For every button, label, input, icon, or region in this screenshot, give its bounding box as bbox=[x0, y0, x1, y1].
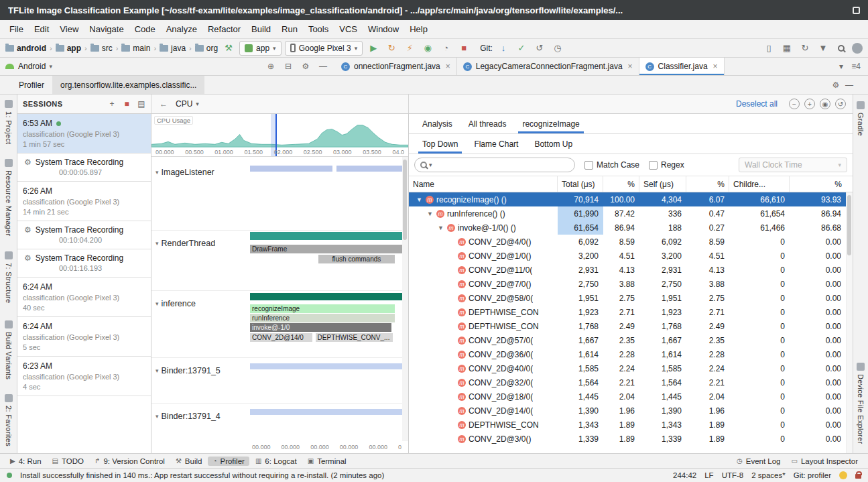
thread-timeline[interactable]: DrawFrame flush commands bbox=[250, 231, 402, 290]
run-config-select[interactable]: app ▾ bbox=[239, 41, 282, 56]
recording-item[interactable]: ⚙System Trace Recording00:10:04.200 bbox=[17, 221, 151, 249]
zoom-in-button[interactable]: + bbox=[804, 99, 815, 109]
column-header[interactable]: Childre... bbox=[729, 176, 790, 192]
toolwindow-button-build[interactable]: ⚒Build bbox=[171, 457, 207, 466]
project-view-select[interactable]: Android ▾ bbox=[18, 62, 52, 71]
table-row[interactable]: mDEPTHWISE_CON1,9232.711,9232.7100.00 bbox=[409, 305, 853, 319]
sdk-manager-button[interactable]: ▼ bbox=[816, 42, 830, 55]
deselect-all-link[interactable]: Deselect all bbox=[736, 99, 778, 109]
thread-row-imagelistener[interactable]: ▾ ImageListener bbox=[151, 157, 408, 231]
device-manager-button[interactable]: ▯ bbox=[761, 42, 776, 55]
stripe-button-2-favorites[interactable]: 2: Favorites bbox=[5, 394, 13, 446]
toolwindow-button-9-version-control[interactable]: ↱9: Version Control bbox=[90, 457, 170, 466]
thread-name-toggle[interactable]: ▾ Binder:13791_4 bbox=[156, 412, 221, 421]
zoom-out-button[interactable]: − bbox=[789, 99, 800, 109]
threads-scrollbar[interactable] bbox=[402, 157, 408, 441]
profiler-title-tab[interactable]: Profiler bbox=[11, 76, 52, 94]
editor-tab-onnectionfragment-java[interactable]: ConnectionFragment.java× bbox=[335, 58, 457, 75]
toolwindow-button-6-logcat[interactable]: ▥6: Logcat bbox=[251, 457, 302, 466]
search-input[interactable] bbox=[434, 160, 569, 170]
toolwindow-button-layout-inspector[interactable]: ▭Layout Inspector bbox=[787, 457, 863, 466]
session-item[interactable]: 6:26 AMclassification (Google Pixel 3)14… bbox=[17, 182, 151, 221]
line-separator[interactable]: LF bbox=[704, 471, 713, 479]
table-row[interactable]: mDEPTHWISE_CON1,7682.491,7682.4900.00 bbox=[409, 319, 853, 333]
table-row[interactable]: ▼mrunInference() ()61,99087.423360.4761,… bbox=[409, 206, 853, 221]
expand-arrow-icon[interactable]: ▼ bbox=[437, 225, 444, 231]
maximize-window-icon[interactable] bbox=[853, 7, 860, 14]
table-row[interactable]: mCONV_2D@3/0()1,3391.891,3391.8900.00 bbox=[409, 432, 853, 446]
menu-run[interactable]: Run bbox=[276, 22, 303, 36]
editor-tab-classifier-java[interactable]: CClassifier.java× bbox=[639, 58, 725, 75]
close-tab-icon[interactable]: × bbox=[628, 62, 633, 71]
table-row[interactable]: mCONV_2D@40/0(1,5852.241,5852.2400.00 bbox=[409, 361, 853, 375]
expand-arrow-icon[interactable]: ▼ bbox=[426, 210, 434, 217]
apply-code-changes-button[interactable]: ⚡ bbox=[402, 42, 417, 55]
table-scrollbar[interactable] bbox=[846, 192, 853, 453]
toolwindow-button-todo[interactable]: ▤TODO bbox=[48, 457, 88, 466]
thread-name-toggle[interactable]: ▾ Binder:13791_5 bbox=[156, 366, 221, 375]
scrollbar-thumb[interactable] bbox=[847, 195, 851, 255]
zoom-to-selection-button[interactable]: ↺ bbox=[835, 99, 846, 109]
reset-zoom-button[interactable]: ◉ bbox=[820, 99, 830, 109]
session-item[interactable]: 6:24 AMclassification (Google Pixel 3)40… bbox=[17, 278, 151, 317]
indent-setting[interactable]: 2 spaces* bbox=[751, 471, 786, 479]
thread-row-inference[interactable]: ▾ inference recognizeImage runInference … bbox=[151, 291, 408, 358]
close-tab-icon[interactable]: × bbox=[713, 62, 718, 71]
analysis-subtab-bottom-up[interactable]: Bottom Up bbox=[526, 134, 580, 154]
toolwindow-button-event-log[interactable]: ◷Event Log bbox=[732, 457, 786, 466]
table-row[interactable]: mCONV_2D@32/0(1,5642.211,5642.2100.00 bbox=[409, 375, 853, 389]
expand-sessions-button[interactable]: ▤ bbox=[135, 97, 148, 111]
thread-row-renderthread[interactable]: ▾ RenderThread DrawFrame flush commands bbox=[151, 231, 408, 291]
analysis-tab-recognizeimage[interactable]: recognizeImage bbox=[514, 114, 587, 133]
emoji-icon[interactable] bbox=[839, 471, 847, 479]
git-commit-button[interactable]: ✓ bbox=[514, 42, 529, 55]
analysis-tab-all-threads[interactable]: All threads bbox=[460, 114, 515, 133]
toolwindow-button-profiler[interactable]: ◔Profiler bbox=[208, 457, 249, 466]
stripe-button-1-project[interactable]: 1: Project bbox=[5, 100, 13, 144]
profiler-session-tab[interactable]: org.tensorflow.lite.examples.classific..… bbox=[52, 76, 204, 94]
column-header[interactable]: % bbox=[686, 176, 729, 192]
window-controls[interactable] bbox=[853, 7, 860, 14]
trace-event-flush-commands[interactable]: flush commands bbox=[318, 255, 395, 263]
expand-arrow-icon[interactable]: ▼ bbox=[416, 196, 423, 203]
cpu-usage-chart[interactable]: CPU Usage 00.00000.50001.00001.50002.000… bbox=[151, 114, 408, 157]
thread-row-binder4[interactable]: ▾ Binder:13791_4 bbox=[151, 404, 408, 441]
git-history-button[interactable]: ◷ bbox=[550, 42, 565, 55]
analysis-subtab-flame-chart[interactable]: Flame Chart bbox=[466, 134, 526, 154]
column-header[interactable]: Self (μs) bbox=[639, 176, 686, 192]
git-rollback-button[interactable]: ↺ bbox=[532, 42, 547, 55]
toolwindow-button-4-run[interactable]: ▶4: Run bbox=[5, 457, 46, 466]
trace-event-invoke[interactable]: invoke@-1/0 bbox=[250, 323, 391, 332]
trace-event-recognizeimage[interactable]: recognizeImage bbox=[250, 304, 395, 313]
menu-file[interactable]: File bbox=[4, 22, 29, 36]
table-row[interactable]: mCONV_2D@18/0(1,4452.041,4452.0400.00 bbox=[409, 389, 853, 404]
column-header[interactable]: % bbox=[603, 176, 639, 192]
menu-analyze[interactable]: Analyze bbox=[161, 22, 202, 36]
breadcrumb-item-org[interactable]: org bbox=[195, 44, 218, 53]
analysis-subtab-top-down[interactable]: Top Down bbox=[414, 134, 466, 154]
analysis-tab-analysis[interactable]: Analysis bbox=[414, 114, 460, 133]
table-row[interactable]: mCONV_2D@11/0(2,9314.132,9314.1300.00 bbox=[409, 263, 853, 277]
git-branch[interactable]: Git: profiler bbox=[794, 471, 831, 479]
collapse-all-icon[interactable]: ⊟ bbox=[282, 60, 295, 73]
menu-help[interactable]: Help bbox=[404, 22, 433, 36]
make-project-icon[interactable]: ⚒ bbox=[221, 42, 236, 55]
menu-vcs[interactable]: VCS bbox=[334, 22, 363, 36]
thread-timeline[interactable] bbox=[250, 157, 402, 230]
table-row[interactable]: ▼mrecognizeImage() ()70,914100.004,3046.… bbox=[409, 192, 853, 206]
profile-button[interactable]: ◔ bbox=[438, 42, 453, 55]
file-encoding[interactable]: UTF-8 bbox=[722, 471, 744, 479]
chevron-down-icon[interactable]: ▾ bbox=[834, 60, 848, 73]
trace-event-depthwise-conv[interactable]: DEPTHWISE_CONV_... bbox=[316, 333, 393, 342]
avatar-icon[interactable] bbox=[852, 43, 863, 54]
breadcrumb-item-java[interactable]: java bbox=[160, 44, 186, 53]
column-header[interactable]: Total (μs) bbox=[558, 176, 603, 192]
table-row[interactable]: mDEPTHWISE_CON1,3431.891,3431.8900.00 bbox=[409, 418, 853, 432]
run-button[interactable]: ▶ bbox=[366, 42, 381, 55]
thread-name-toggle[interactable]: ▾ RenderThread bbox=[156, 239, 215, 248]
table-row[interactable]: mCONV_2D@57/0(1,6672.351,6672.3500.00 bbox=[409, 333, 853, 347]
breadcrumb-item-android[interactable]: android bbox=[5, 44, 46, 53]
session-item[interactable]: 6:24 AMclassification (Google Pixel 3)5 … bbox=[17, 317, 151, 357]
profiler-type-select[interactable]: CPU ▾ bbox=[176, 99, 199, 109]
hide-panel-icon[interactable]: — bbox=[843, 78, 856, 92]
